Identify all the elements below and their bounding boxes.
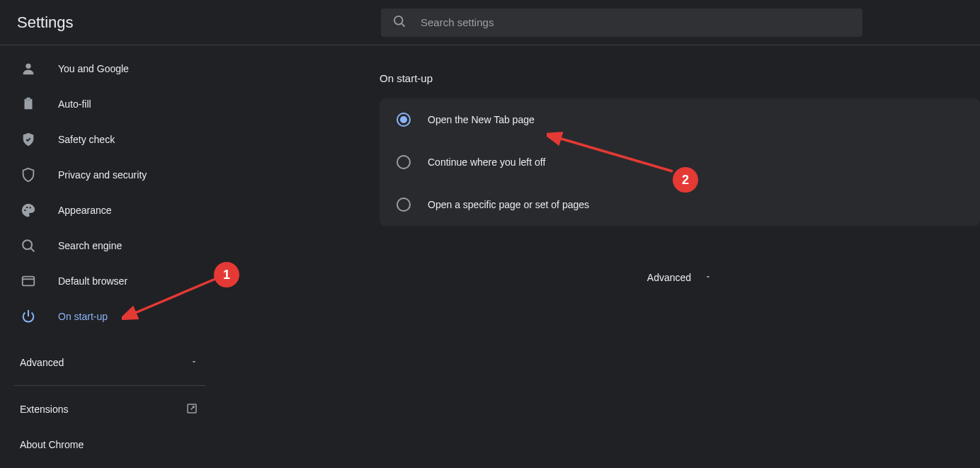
sidebar-item-on-startup[interactable]: On start-up: [0, 299, 220, 334]
chevron-down-icon: [704, 271, 712, 284]
topbar: Settings: [0, 0, 980, 45]
sidebar-item-default-browser[interactable]: Default browser: [0, 263, 220, 299]
sidebar-item-privacy-security[interactable]: Privacy and security: [0, 157, 220, 193]
divider: [14, 385, 205, 386]
advanced-toggle[interactable]: Advanced: [380, 271, 980, 284]
annotation-badge-1: 1: [214, 262, 239, 287]
sidebar-advanced-toggle[interactable]: Advanced: [0, 346, 220, 379]
option-label: Continue where you left off: [428, 156, 545, 168]
page-title: Settings: [0, 13, 184, 32]
advanced-toggle-label: Advanced: [647, 272, 691, 283]
svg-rect-11: [23, 277, 35, 286]
radio-icon: [397, 155, 411, 169]
svg-point-2: [25, 64, 30, 69]
sidebar-item-label: Auto-fill: [58, 98, 91, 110]
search-icon: [392, 14, 421, 31]
sidebar-item-you-and-google[interactable]: You and Google: [0, 51, 220, 86]
svg-point-8: [30, 207, 31, 208]
sidebar-advanced-label: Advanced: [20, 357, 64, 368]
sidebar-about-label: About Chrome: [20, 439, 84, 450]
main-content: On start-up Open the New Tab page Contin…: [220, 45, 980, 468]
sidebar-item-safety-check[interactable]: Safety check: [0, 122, 220, 157]
sidebar-about-chrome[interactable]: About Chrome: [0, 427, 220, 462]
sidebar-extensions[interactable]: Extensions: [0, 392, 220, 427]
sidebar-item-label: On start-up: [58, 311, 108, 322]
annotation-badge-2: 2: [673, 167, 698, 193]
sidebar-extensions-label: Extensions: [20, 404, 68, 415]
sidebar-item-search-engine[interactable]: Search engine: [0, 228, 220, 263]
sidebar-item-label: Default browser: [58, 275, 127, 287]
svg-point-0: [394, 16, 403, 24]
palette-icon: [20, 202, 37, 219]
radio-icon: [397, 113, 411, 127]
search-box[interactable]: [381, 8, 862, 37]
sidebar-item-label: Search engine: [58, 240, 122, 251]
browser-icon: [20, 273, 37, 290]
sidebar-item-label: Safety check: [58, 134, 115, 145]
svg-line-1: [401, 23, 404, 26]
sidebar-item-label: Appearance: [58, 205, 112, 216]
external-link-icon: [186, 402, 198, 417]
svg-point-7: [26, 207, 28, 208]
sidebar-item-label: You and Google: [58, 63, 129, 74]
radio-icon: [397, 198, 411, 212]
section-title: On start-up: [380, 72, 980, 84]
svg-point-6: [24, 210, 25, 211]
sidebar-item-autofill[interactable]: Auto-fill: [0, 86, 220, 122]
sidebar-item-appearance[interactable]: Appearance: [0, 193, 220, 228]
shield-check-icon: [20, 131, 37, 148]
svg-point-9: [23, 240, 32, 249]
svg-rect-3: [25, 99, 33, 110]
power-icon: [20, 308, 37, 325]
option-label: Open a specific page or set of pages: [428, 199, 589, 210]
chevron-down-icon: [190, 357, 198, 368]
option-new-tab-page[interactable]: Open the New Tab page: [380, 98, 980, 141]
shield-icon: [20, 166, 37, 183]
clipboard-icon: [20, 96, 37, 113]
svg-line-10: [31, 249, 35, 252]
option-label: Open the New Tab page: [428, 114, 535, 125]
search-input[interactable]: [421, 16, 851, 28]
user-icon: [20, 60, 37, 77]
svg-rect-5: [26, 98, 30, 101]
startup-options-card: Open the New Tab page Continue where you…: [380, 98, 980, 226]
sidebar-item-label: Privacy and security: [58, 169, 147, 181]
sidebar: You and Google Auto-fill Safety check Pr…: [0, 45, 220, 468]
search-icon: [20, 237, 37, 254]
